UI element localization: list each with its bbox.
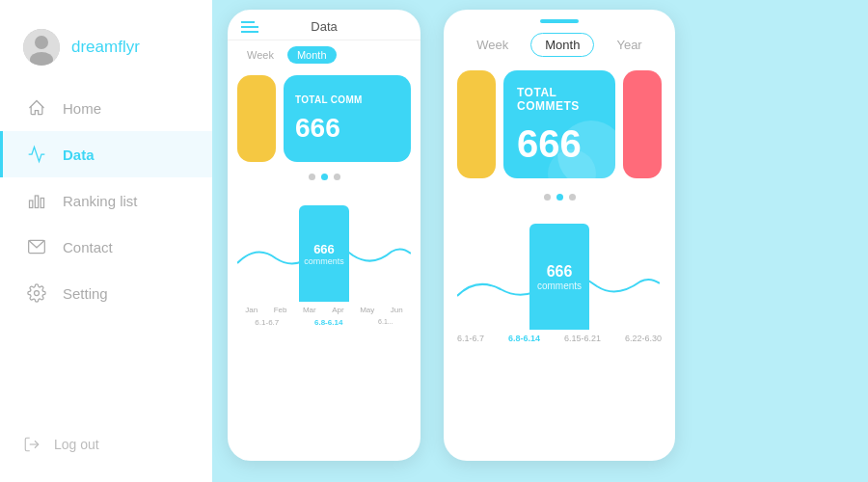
phone-2-tab-month[interactable]: Month xyxy=(530,33,594,57)
phone-1: Data Week Month TOTAL COMM 666 xyxy=(228,10,420,461)
phone-2-card-red xyxy=(623,70,662,178)
phone-2-bar: 666 comments xyxy=(529,224,589,330)
phone-2-dot-2 xyxy=(556,194,563,201)
svg-rect-3 xyxy=(30,201,33,208)
phone-2-dot-1 xyxy=(544,194,551,201)
ranking-icon xyxy=(26,190,47,211)
phone-1-tabs: Week Month xyxy=(228,40,420,69)
phone-1-tab-week[interactable]: Week xyxy=(237,46,284,64)
phone-1-dot-2 xyxy=(321,174,328,180)
phone-2-bar-container: 666 comments xyxy=(457,204,662,330)
sidebar-item-setting-label: Setting xyxy=(63,285,108,302)
phone-1-card-value: 666 xyxy=(295,113,340,144)
sidebar-item-data[interactable]: Data xyxy=(0,131,212,177)
phone-2: Week Month Year TOTAL COMMETS 666 xyxy=(444,10,675,461)
svg-point-1 xyxy=(35,36,48,49)
sidebar-logout[interactable]: Log out xyxy=(0,426,212,463)
phone-2-xlabel-0: 6.1-6.7 xyxy=(457,334,484,343)
phone-2-dot-3 xyxy=(569,194,576,201)
phone-1-card-teal: TOTAL COMM 666 xyxy=(284,75,411,162)
phone-2-xlabel-2: 6.15-6.21 xyxy=(564,334,601,343)
phone-2-tab-year[interactable]: Year xyxy=(602,33,656,57)
phone-2-card-title: TOTAL COMMETS xyxy=(517,86,602,113)
phone-2-bar-value: 666 xyxy=(547,263,573,281)
phone-2-dots xyxy=(444,186,675,204)
phone-1-x-labels: Jan Feb Mar Apr May Jun xyxy=(237,302,411,316)
phone-1-bar-label: comments xyxy=(304,256,344,266)
phone-1-bar-value: 666 xyxy=(313,242,335,256)
phone-2-cards: TOTAL COMMETS 666 xyxy=(444,63,675,186)
phone-1-header: Data xyxy=(228,10,420,40)
phone-2-xlabel-1: 6.8-6.14 xyxy=(508,334,540,343)
phone-2-bar-label: comments xyxy=(537,281,582,291)
phone-1-dot-1 xyxy=(309,174,315,180)
svg-point-7 xyxy=(35,291,40,296)
phone-1-xlabel-3: Apr xyxy=(332,306,343,314)
contact-icon xyxy=(26,236,47,257)
phone-1-xlabel-4: May xyxy=(360,306,374,314)
sidebar-item-home[interactable]: Home xyxy=(0,85,212,131)
sidebar-item-ranking-label: Ranking list xyxy=(63,193,138,209)
data-icon xyxy=(26,144,47,165)
sidebar-item-ranking[interactable]: Ranking list xyxy=(0,177,212,224)
hamburger-icon[interactable] xyxy=(241,21,258,33)
phone-2-x-labels: 6.1-6.7 6.8-6.14 6.15-6.21 6.22-6.30 xyxy=(457,330,662,345)
phone-1-title: Data xyxy=(311,19,337,34)
phone-1-bar-container: 666 comments xyxy=(237,186,411,302)
phone-2-card-teal: TOTAL COMMETS 666 xyxy=(503,70,615,178)
phone-2-tab-week[interactable]: Week xyxy=(462,33,523,57)
sidebar-user: dreamflyr xyxy=(0,19,212,85)
phone-2-chart: 666 comments 6.1-6.7 6.8-6.14 6.15-6.21 … xyxy=(444,204,675,461)
phone-1-dot-3 xyxy=(334,174,340,180)
sidebar-item-contact[interactable]: Contact xyxy=(0,224,212,270)
setting-icon xyxy=(26,282,47,304)
main-content: Data Week Month TOTAL COMM 666 xyxy=(212,0,868,482)
logout-label: Log out xyxy=(54,437,99,452)
sidebar-username: dreamflyr xyxy=(71,38,140,57)
sidebar-nav: Home Data Ranking list xyxy=(0,85,212,426)
phone-1-card-title: TOTAL COMM xyxy=(295,94,363,105)
sidebar-item-data-label: Data xyxy=(63,147,95,163)
phone-2-xlabel-3: 6.22-6.30 xyxy=(625,334,662,343)
svg-rect-4 xyxy=(35,196,38,208)
sidebar-item-setting[interactable]: Setting xyxy=(0,270,212,316)
svg-rect-5 xyxy=(41,199,43,208)
phone-1-card-yellow xyxy=(237,75,276,162)
phone-2-tabs: Week Month Year xyxy=(444,27,675,63)
phone-1-xlabel-1: Feb xyxy=(274,306,287,314)
phone-1-cards: TOTAL COMM 666 xyxy=(228,69,420,168)
sidebar-item-contact-label: Contact xyxy=(63,239,113,255)
phone-1-month-labels: 6.1-6.7 6.8-6.14 6.1... xyxy=(237,316,411,329)
sidebar-item-home-label: Home xyxy=(63,100,101,117)
phone-2-top-bar xyxy=(540,19,579,23)
phone-1-dots xyxy=(228,168,420,186)
home-icon xyxy=(26,97,47,119)
phone-1-chart: 666 comments Jan Feb Mar Apr May Jun 6.1… xyxy=(228,186,420,461)
phone-1-xlabel-2: Mar xyxy=(303,306,316,314)
avatar xyxy=(23,29,60,66)
phone-1-bar: 666 comments xyxy=(299,205,349,302)
phone-1-tab-month[interactable]: Month xyxy=(287,46,337,64)
sidebar: dreamflyr Home Data xyxy=(0,0,212,482)
phone-2-card-yellow xyxy=(457,70,496,178)
phone-1-xlabel-0: Jan xyxy=(245,306,258,314)
phone-1-xlabel-5: Jun xyxy=(391,306,403,314)
